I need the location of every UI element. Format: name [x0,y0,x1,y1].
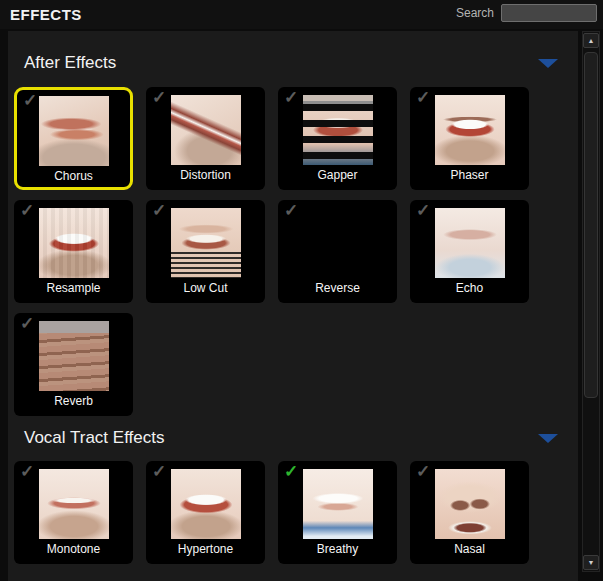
effect-label: Chorus [54,169,93,183]
collapse-chevron-down-icon[interactable] [538,59,558,68]
scroll-down-icon[interactable]: ▼ [583,555,599,570]
search-input[interactable] [501,4,597,22]
scrollbar-thumb[interactable] [584,52,598,398]
effect-tile-reverse[interactable]: ✓Reverse [278,200,397,303]
effect-tile-chorus[interactable]: ✓Chorus [14,87,133,190]
effect-label: Reverse [315,281,360,295]
effect-thumbnail [39,321,109,391]
effect-thumbnail [171,95,241,165]
check-icon: ✓ [284,88,298,108]
check-icon: ✓ [20,462,34,482]
check-icon: ✓ [284,462,298,482]
search-area: Search [456,4,597,22]
effect-thumbnail [303,208,373,278]
check-icon: ✓ [416,201,430,221]
effect-thumbnail [39,208,109,278]
check-icon: ✓ [20,314,34,334]
collapse-chevron-down-icon[interactable] [538,434,558,443]
effect-tile-reverb[interactable]: ✓Reverb [14,313,133,416]
effect-thumbnail [435,208,505,278]
effect-tile-nasal[interactable]: ✓Nasal [410,461,529,564]
effect-thumbnail [435,95,505,165]
scroll-up-icon[interactable]: ▲ [583,33,599,48]
effect-thumbnail [171,469,241,539]
section-title: Vocal Tract Effects [24,428,164,448]
effect-thumbnail [39,469,109,539]
vocal-tract-effects-grid: ✓Monotone✓Hypertone✓Breathy✓Nasal [8,461,578,564]
effect-label: Breathy [317,542,358,556]
check-icon: ✓ [152,201,166,221]
effect-label: Echo [456,281,483,295]
section-header-vocal-tract-effects: Vocal Tract Effects [8,428,578,448]
effect-tile-breathy[interactable]: ✓Breathy [278,461,397,564]
effect-label: Reverb [54,394,93,408]
effect-label: Gapper [317,168,357,182]
effect-label: Monotone [47,542,100,556]
effect-label: Hypertone [178,542,233,556]
effect-label: Nasal [454,542,485,556]
effect-tile-low-cut[interactable]: ✓Low Cut [146,200,265,303]
check-icon: ✓ [284,201,298,221]
effect-tile-distortion[interactable]: ✓Distortion [146,87,265,190]
effect-thumbnail [435,469,505,539]
title-bar: EFFECTS Search [0,0,603,29]
effect-label: Phaser [450,168,488,182]
effects-panel: After Effects ✓Chorus✓Distortion✓Gapper✓… [8,31,578,581]
check-icon: ✓ [152,88,166,108]
check-icon: ✓ [23,91,37,111]
check-icon: ✓ [20,201,34,221]
section-header-after-effects: After Effects [8,53,578,73]
scrollbar[interactable]: ▲ ▼ [582,31,600,572]
effect-tile-echo[interactable]: ✓Echo [410,200,529,303]
section-title: After Effects [24,53,116,73]
effect-thumbnail [303,469,373,539]
page-title: EFFECTS [10,6,82,23]
check-icon: ✓ [416,88,430,108]
effect-thumbnail [303,95,373,165]
effect-thumbnail [171,208,241,278]
effect-thumbnail [39,96,109,166]
check-icon: ✓ [152,462,166,482]
effect-tile-monotone[interactable]: ✓Monotone [14,461,133,564]
effect-tile-hypertone[interactable]: ✓Hypertone [146,461,265,564]
check-icon: ✓ [416,462,430,482]
search-label: Search [456,6,494,20]
after-effects-grid: ✓Chorus✓Distortion✓Gapper✓Phaser✓Resampl… [8,87,578,416]
effect-label: Distortion [180,168,231,182]
effect-tile-resample[interactable]: ✓Resample [14,200,133,303]
effect-tile-phaser[interactable]: ✓Phaser [410,87,529,190]
effect-tile-gapper[interactable]: ✓Gapper [278,87,397,190]
effect-label: Resample [46,281,100,295]
effect-label: Low Cut [183,281,227,295]
